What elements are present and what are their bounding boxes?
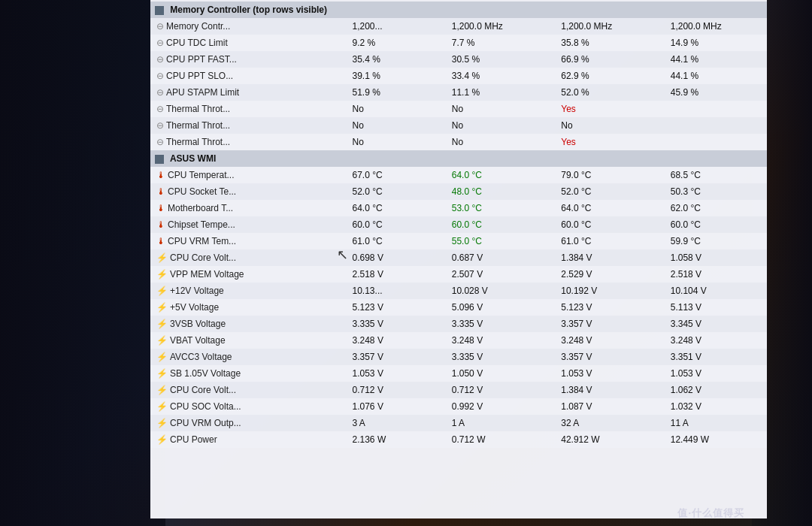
sensor-name: 🌡CPU Socket Te... (150, 183, 350, 200)
sensor-name: ⊖APU STAPM Limit (150, 84, 350, 101)
sensor-avg: 60.0 °C (668, 216, 767, 233)
sensor-max: 52.0 % (558, 84, 667, 101)
sensor-avg: 1.058 V (668, 249, 767, 266)
sensor-min: 33.4 % (449, 68, 558, 84)
sensor-min: 30.5 % (449, 51, 558, 68)
sensor-current: 3.335 V (350, 316, 449, 332)
sensor-max: 3.357 V (558, 316, 667, 332)
table-row: ⚡VPP MEM Voltage 2.518 V 2.507 V 2.529 V… (150, 266, 767, 283)
sensor-min: 3.335 V (449, 349, 558, 365)
sensor-name: ⊖Thermal Throt... (150, 134, 350, 150)
sensor-avg: 1,200.0 MHz (668, 18, 767, 35)
sensor-min: 1,200.0 MHz (449, 18, 558, 35)
sensor-name: ⚡CPU SOC Volta... (150, 398, 350, 415)
table-row: ⊖CPU TDC Limit 9.2 % 7.7 % 35.8 % 14.9 % (150, 35, 767, 51)
sensor-name: ⊖CPU TDC Limit (150, 35, 350, 51)
sensor-avg: 45.9 % (668, 84, 767, 101)
sensor-name: ⊖CPU PPT SLO... (150, 68, 350, 84)
sensor-current: 3.248 V (350, 332, 449, 349)
sensor-current: 67.0 °C (350, 167, 449, 183)
sensor-name: 🌡Chipset Tempe... (150, 216, 350, 233)
sensor-min: 2.507 V (449, 266, 558, 283)
sensor-min: 3.248 V (449, 332, 558, 349)
sensor-min: No (449, 134, 558, 150)
sensor-avg: 44.1 % (668, 51, 767, 68)
sensor-current: 39.1 % (350, 68, 449, 84)
sensor-max: 66.9 % (558, 51, 667, 68)
sensor-current: No (350, 134, 449, 150)
sensor-current: No (350, 101, 449, 117)
sensor-max: 62.9 % (558, 68, 667, 84)
sensor-name: 🌡CPU Temperat... (150, 167, 350, 183)
sensor-current: 2.518 V (350, 266, 449, 283)
sensor-min: 64.0 °C (449, 167, 558, 183)
sensor-avg: 2.518 V (668, 266, 767, 283)
table-row: Memory Controller (top rows visible) (150, 2, 767, 18)
sensor-max: 52.0 °C (558, 183, 667, 200)
sensor-min: 0.992 V (449, 398, 558, 415)
sensor-min: 5.096 V (449, 299, 558, 316)
sensor-name: ⚡VBAT Voltage (150, 332, 350, 349)
table-row: 🌡CPU Temperat... 67.0 °C 64.0 °C 79.0 °C… (150, 167, 767, 183)
sensor-min: No (449, 101, 558, 117)
sensor-max: 61.0 °C (558, 233, 667, 249)
table-row: ⊖Thermal Throt... No No No (150, 117, 767, 134)
monitor-screen: Memory Controller (top rows visible) ⊖Me… (150, 0, 767, 518)
sensor-current: No (350, 117, 449, 134)
sensor-current: 0.712 V (350, 382, 449, 398)
sensor-min: 1.050 V (449, 365, 558, 382)
sensor-max: 3.248 V (558, 332, 667, 349)
sensor-avg: 11 A (668, 415, 767, 431)
sensor-avg (668, 134, 767, 150)
sensor-max: 2.529 V (558, 266, 667, 283)
sensor-current: 9.2 % (350, 35, 449, 51)
sensor-name: ⊖CPU PPT FAST... (150, 51, 350, 68)
sensor-current: 52.0 °C (350, 183, 449, 200)
sensor-max: 1.053 V (558, 365, 667, 382)
sensor-max: 1.384 V (558, 382, 667, 398)
table-row: ⚡AVCC3 Voltage 3.357 V 3.335 V 3.357 V 3… (150, 349, 767, 365)
sensor-name: ⚡3VSB Voltage (150, 316, 350, 332)
sensor-max: 10.192 V (558, 283, 667, 299)
table-row: ⊖CPU PPT SLO... 39.1 % 33.4 % 62.9 % 44.… (150, 68, 767, 84)
sensor-current: 0.698 V (350, 249, 449, 266)
table-row: ⚡CPU VRM Outp... 3 A 1 A 32 A 11 A (150, 415, 767, 431)
sensor-avg: 1.053 V (668, 365, 767, 382)
sensor-max: No (558, 117, 667, 134)
table-row: ⚡CPU Core Volt... 0.698 V 0.687 V 1.384 … (150, 249, 767, 266)
sensor-name: ⚡AVCC3 Voltage (150, 349, 350, 365)
sensor-current: 1.053 V (350, 365, 449, 382)
table-row: ⚡+5V Voltage 5.123 V 5.096 V 5.123 V 5.1… (150, 299, 767, 316)
sensor-name: 🌡CPU VRM Tem... (150, 233, 350, 249)
table-row: ⊖CPU PPT FAST... 35.4 % 30.5 % 66.9 % 44… (150, 51, 767, 68)
table-row: 🌡Motherboard T... 64.0 °C 53.0 °C 64.0 °… (150, 200, 767, 216)
sensor-name: ⚡VPP MEM Voltage (150, 266, 350, 283)
sensor-max: Yes (558, 134, 667, 150)
sensor-table: Memory Controller (top rows visible) ⊖Me… (150, 2, 767, 448)
section-top-label: Memory Controller (top rows visible) (150, 2, 767, 18)
sensor-max: 1.087 V (558, 398, 667, 415)
sensor-avg (668, 101, 767, 117)
sensor-avg (668, 117, 767, 134)
sensor-name: ⊖Thermal Throt... (150, 101, 350, 117)
dark-left-panel (0, 0, 165, 526)
sensor-max: 35.8 % (558, 35, 667, 51)
sensor-name: ⚡CPU Core Volt... (150, 382, 350, 398)
sensor-current: 3.357 V (350, 349, 449, 365)
sensor-max: 64.0 °C (558, 200, 667, 216)
sensor-min: 10.028 V (449, 283, 558, 299)
sensor-max: 60.0 °C (558, 216, 667, 233)
sensor-name: ⚡CPU VRM Outp... (150, 415, 350, 431)
table-row: ⚡+12V Voltage 10.13... 10.028 V 10.192 V… (150, 283, 767, 299)
table-row: ASUS WMI (150, 150, 767, 167)
sensor-current: 5.123 V (350, 299, 449, 316)
sensor-min: 7.7 % (449, 35, 558, 51)
sensor-min: 48.0 °C (449, 183, 558, 200)
table-row: ⚡3VSB Voltage 3.335 V 3.335 V 3.357 V 3.… (150, 316, 767, 332)
sensor-min: 11.1 % (449, 84, 558, 101)
sensor-max: 79.0 °C (558, 167, 667, 183)
sensor-avg: 14.9 % (668, 35, 767, 51)
sensor-max: 1,200.0 MHz (558, 18, 667, 35)
sensor-avg: 68.5 °C (668, 167, 767, 183)
sensor-name: ⚡+5V Voltage (150, 299, 350, 316)
